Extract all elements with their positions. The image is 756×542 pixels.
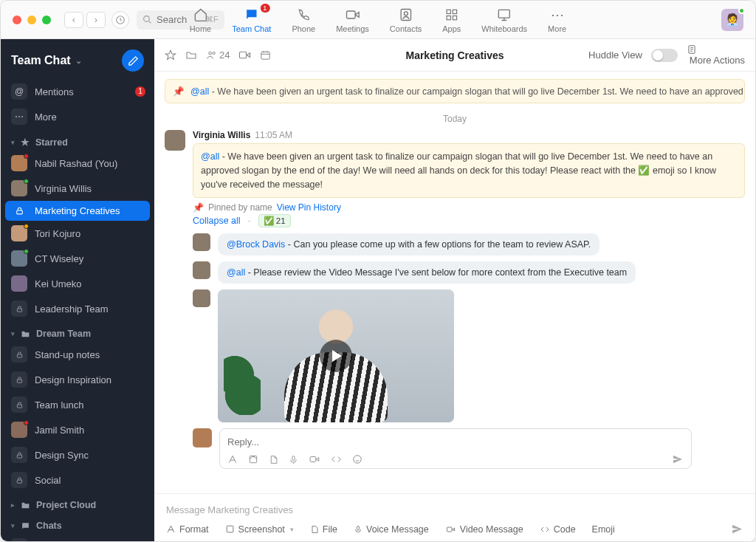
history-button[interactable]: [111, 11, 129, 29]
section-chats[interactable]: ▾Chats: [1, 513, 154, 534]
tool-code[interactable]: Code: [540, 524, 576, 535]
format-icon[interactable]: [227, 454, 238, 464]
presence-dot: [24, 179, 29, 184]
reaction-chip[interactable]: ✅ 21: [258, 214, 291, 227]
profile-avatar[interactable]: 🧑‍💼: [721, 9, 743, 31]
more-icon: ⋯: [551, 7, 564, 23]
send-button[interactable]: [731, 523, 743, 535]
tool-file[interactable]: File: [310, 524, 337, 535]
svg-rect-25: [292, 456, 295, 460]
code-icon[interactable]: [331, 454, 342, 464]
sidebar-mentions[interactable]: @Mentions1: [1, 79, 154, 104]
nav-phone[interactable]: Phone: [292, 7, 315, 33]
sidebar-item-marketing-creatives[interactable]: Marketing Creatives: [5, 201, 150, 221]
nav-more[interactable]: ⋯More: [548, 7, 566, 33]
minimize-window-button[interactable]: [27, 16, 36, 24]
forward-button[interactable]: ›: [86, 12, 106, 28]
nav-home[interactable]: Home: [190, 7, 211, 33]
sidebar-item-leadership[interactable]: Leadership Team: [1, 296, 154, 321]
sidebar-item-team-lunch[interactable]: Team lunch: [1, 392, 154, 417]
video-icon: [445, 525, 456, 534]
svg-rect-21: [240, 52, 247, 58]
header-left: 24: [165, 49, 271, 61]
sidebar-item-tori[interactable]: Tori Kojuro: [1, 221, 154, 246]
chat-badge: 1: [260, 4, 269, 13]
section-dream-team[interactable]: ▾Dream Team: [1, 321, 154, 342]
maximize-window-button[interactable]: [42, 16, 51, 24]
view-pin-history-link[interactable]: View Pin History: [277, 202, 341, 213]
sidebar-item-jamil[interactable]: Jamil Smith: [1, 417, 154, 442]
reply-avatar[interactable]: [193, 233, 210, 251]
tool-format[interactable]: Format: [166, 524, 209, 535]
mic-icon[interactable]: [289, 455, 298, 464]
mention-icon: @: [11, 83, 27, 100]
nav-team-chat[interactable]: 1Team Chat: [232, 7, 271, 33]
section-starred[interactable]: ▾★Starred: [1, 129, 154, 151]
reply-input[interactable]: [227, 433, 684, 453]
section-project-cloud[interactable]: ▸Project Cloud: [1, 493, 154, 513]
sidebar-item-nabil[interactable]: Nabil Rashad (You): [1, 151, 154, 176]
svg-rect-13: [17, 380, 21, 383]
reply-box[interactable]: [219, 428, 692, 469]
message-scroll[interactable]: Today Virginia Willis11:05 AM @all - We …: [154, 103, 755, 493]
close-window-button[interactable]: [13, 16, 21, 24]
sidebar-item-standup[interactable]: Stand-up notes: [1, 342, 154, 367]
members-button[interactable]: 24: [206, 49, 230, 61]
calendar-button[interactable]: [260, 49, 271, 61]
mention-link[interactable]: @all: [227, 267, 245, 278]
video-record-icon[interactable]: [309, 454, 320, 464]
nav-apps[interactable]: Apps: [442, 7, 461, 33]
sidebar-item-design-insp[interactable]: Design Inspiration: [1, 367, 154, 392]
huddle-label: Huddle View: [588, 49, 642, 61]
sidebar-item-social[interactable]: Social: [1, 467, 154, 493]
format-icon: [166, 524, 176, 534]
svg-point-1: [144, 16, 150, 22]
play-button[interactable]: [320, 340, 352, 372]
screenshot-icon[interactable]: [248, 454, 258, 464]
sidebar-item-virginia[interactable]: Virginia Willis: [1, 176, 154, 201]
tool-screenshot[interactable]: Screenshot▾: [225, 524, 294, 535]
back-button[interactable]: ‹: [64, 12, 83, 28]
video-button[interactable]: [238, 49, 251, 61]
star-button[interactable]: [165, 49, 176, 61]
mention-link[interactable]: @Brock Davis: [227, 239, 285, 250]
reply-avatar[interactable]: [193, 261, 210, 279]
nav-meetings[interactable]: Meetings: [336, 7, 369, 33]
tool-emoji[interactable]: Emoji: [592, 524, 615, 535]
composer-input[interactable]: Message Marketing Creatives: [166, 501, 743, 523]
pinned-banner[interactable]: 📌 @all - We have been given an urgent ta…: [165, 79, 745, 103]
my-avatar: [193, 428, 212, 447]
message-avatar[interactable]: [165, 130, 185, 151]
sidebar-more[interactable]: ⋯More: [1, 104, 154, 129]
chat-header: 24 Marketing Creatives Huddle View More …: [154, 39, 755, 72]
reply-toolbar: [227, 453, 684, 465]
tool-voice[interactable]: Voice Message: [354, 524, 429, 535]
chat-icon: [21, 521, 30, 531]
more-actions-button[interactable]: More Actions: [687, 44, 745, 66]
reply-avatar[interactable]: [193, 289, 210, 307]
svg-rect-12: [17, 354, 21, 357]
mention-link[interactable]: @all: [190, 86, 209, 97]
emoji-icon[interactable]: [352, 454, 362, 464]
sidebar-title[interactable]: Team Chat⌄: [11, 54, 82, 67]
svg-rect-2: [346, 11, 355, 18]
people-icon: [206, 49, 217, 61]
main-body: Team Chat⌄ @Mentions1 ⋯More ▾★Starred Na…: [1, 39, 755, 541]
sidebar-item-ct[interactable]: CT Wiseley: [1, 246, 154, 271]
nav-contacts[interactable]: Contacts: [390, 7, 422, 33]
file-icon[interactable]: [269, 455, 278, 464]
send-icon[interactable]: [672, 453, 684, 465]
sidebar-item-design-sync[interactable]: Design Sync: [1, 442, 154, 467]
sidebar-item-brainstorming[interactable]: Brainstorming: [1, 534, 154, 541]
folder-button[interactable]: [185, 49, 197, 61]
tool-video[interactable]: Video Message: [445, 524, 523, 535]
huddle-toggle[interactable]: [651, 49, 678, 62]
mention-link[interactable]: @all: [201, 151, 219, 162]
star-icon: [165, 49, 176, 61]
lock-icon: [11, 397, 27, 413]
compose-button[interactable]: [122, 49, 144, 72]
collapse-all-link[interactable]: Collapse all: [193, 216, 241, 226]
sidebar-item-kei[interactable]: Kei Umeko: [1, 271, 154, 296]
video-message[interactable]: [218, 289, 454, 422]
nav-whiteboards[interactable]: Whiteboards: [481, 7, 527, 33]
